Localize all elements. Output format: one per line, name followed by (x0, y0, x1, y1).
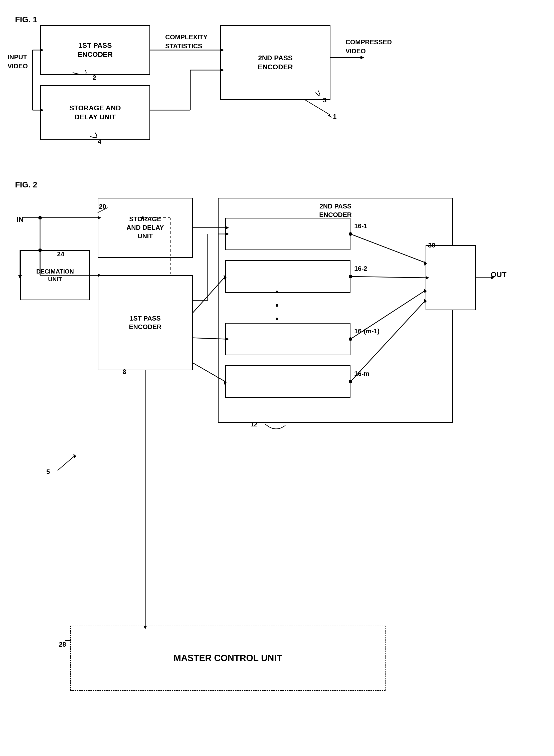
fig2-16-m1-box (225, 323, 350, 355)
fig1-ref1: 1 (333, 113, 336, 120)
svg-line-63 (58, 456, 75, 470)
fig2-encoder1st: 1ST PASS ENCODER (98, 275, 193, 370)
fig1-encoder2nd: 2ND PASS ENCODER (220, 25, 330, 100)
fig1-complexity-stats: COMPLEXITY STATISTICS (165, 33, 208, 51)
fig2-label: FIG. 2 (15, 180, 37, 189)
fig1-ref4: 4 (98, 138, 101, 146)
fig2-ref8: 8 (123, 368, 126, 375)
diagram-container: FIG. 1 1ST PASS ENCODER 2ND PASS ENCODER… (0, 0, 554, 756)
fig2-ref16-1: 16-1 (354, 222, 367, 230)
fig2-ref24: 24 (57, 250, 64, 258)
fig2-ref16-m: 16-m (354, 370, 370, 377)
fig1-ref3: 3 (323, 96, 326, 104)
fig2-ref16-m1: 16-(m-1) (354, 327, 380, 335)
fig2-ref28: 28 (59, 641, 66, 648)
fig2-out: OUT (491, 270, 506, 279)
fig2-master-control: MASTER CONTROL UNIT (70, 626, 386, 691)
svg-marker-13 (361, 56, 364, 59)
fig2-ref5: 5 (46, 468, 50, 476)
fig1-compressed-video: COMPRESSED VIDEO (345, 38, 392, 56)
fig2-16-2-box (225, 260, 350, 293)
svg-line-14 (306, 100, 330, 115)
fig2-dots: • • • (275, 285, 279, 326)
svg-marker-15 (328, 114, 332, 118)
fig2-box30 (426, 245, 476, 310)
fig2-decimation: DECIMATION UNIT (20, 250, 90, 300)
fig1-storage: STORAGE AND DELAY UNIT (40, 85, 150, 140)
fig1-input-video: INPUT VIDEO (7, 53, 28, 71)
fig1-label: FIG. 1 (15, 15, 37, 24)
fig2-storage: STORAGE AND DELAY UNIT (98, 198, 193, 258)
fig1-ref2: 2 (93, 74, 96, 81)
fig1-encoder1st: 1ST PASS ENCODER (40, 25, 150, 75)
fig2-ref30: 30 (428, 241, 435, 249)
fig2-16-1-box (225, 218, 350, 250)
svg-marker-64 (73, 454, 76, 458)
svg-point-18 (38, 216, 42, 220)
fig2-ref20: 20 (99, 203, 106, 211)
fig2-ref12: 12 (250, 420, 258, 428)
fig2-in: IN (16, 215, 24, 224)
fig2-16-m-box (225, 365, 350, 398)
fig2-ref16-2: 16-2 (354, 265, 367, 273)
